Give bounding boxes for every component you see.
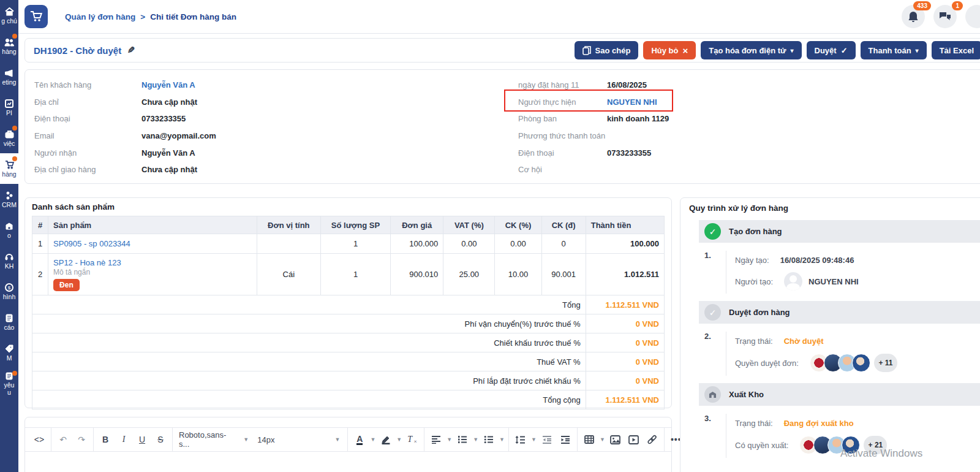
insert-video-button[interactable]: [625, 430, 643, 449]
module-cart-button[interactable]: [24, 5, 48, 28]
summary-row: Tổng1.112.511 VND: [32, 295, 665, 314]
avatar: [784, 272, 802, 291]
product-link[interactable]: SP12 - Hoa nè 123: [53, 258, 121, 267]
customer-name-link[interactable]: Nguyễn Văn A: [141, 80, 195, 89]
chevron-down-icon[interactable]: ▼: [473, 436, 478, 443]
sidebar-item-promotions[interactable]: M: [0, 337, 18, 368]
status-badge: Đang đợi xuất kho: [784, 419, 854, 428]
avatar: [852, 354, 870, 372]
summary-row: Chiết khấu trước thuế %0 VND: [32, 333, 665, 352]
chevron-down-icon[interactable]: ▼: [396, 436, 402, 443]
summary-row: Thuế VAT %0 VND: [32, 352, 665, 371]
italic-button[interactable]: I: [115, 430, 133, 449]
messages-button[interactable]: 1: [933, 5, 957, 28]
chevron-down-icon: ▾: [916, 47, 919, 54]
sidebar-item-reports[interactable]: cáo: [0, 306, 18, 337]
warehouse-icon: [704, 386, 721, 403]
approver-avatars[interactable]: + 11: [810, 354, 897, 372]
product-link[interactable]: SP0905 - sp 0023344: [53, 239, 130, 248]
insert-image-button[interactable]: [606, 430, 625, 449]
notifications-button[interactable]: 433: [902, 5, 925, 28]
breadcrumb-section[interactable]: Quản lý đơn hàng: [65, 12, 135, 21]
variant-badge[interactable]: Đen: [53, 279, 80, 291]
font-size-select[interactable]: 14px▼: [254, 435, 345, 444]
customers-icon: [4, 37, 14, 48]
redo-button[interactable]: ↷: [72, 430, 91, 449]
payment-button[interactable]: Thanh toán ▾: [861, 41, 927, 59]
sidebar-item-tasks[interactable]: việc: [0, 123, 18, 153]
underline-button[interactable]: U: [133, 430, 151, 449]
sidebar-item-marketing[interactable]: eting: [0, 61, 18, 92]
chevron-down-icon[interactable]: ▼: [600, 436, 605, 443]
text-color-button[interactable]: A: [350, 430, 369, 449]
note-editor-card: <> ↶ ↷ B I U S Roboto,sans-s...▼ 14px▼ A…: [24, 417, 672, 472]
chevron-down-icon: ▼: [243, 436, 249, 443]
indent-button[interactable]: [556, 430, 575, 449]
create-einvoice-button[interactable]: Tạo hóa đơn điện tử ▾: [701, 41, 801, 59]
workflow-step-create[interactable]: ✓ Tạo đơn hàng: [699, 220, 980, 243]
undo-button[interactable]: ↶: [54, 430, 72, 449]
copy-button[interactable]: Sao chép: [575, 41, 639, 59]
sidebar-item-home[interactable]: g chú: [0, 0, 18, 31]
user-menu-button[interactable]: [965, 5, 980, 28]
table-row: 1 SP0905 - sp 0023344 1 100.000 0.00 0.0…: [32, 234, 665, 254]
promo-icon: [5, 344, 13, 354]
notification-dot: [12, 156, 17, 161]
executor-link[interactable]: NGUYEN NHI: [607, 97, 657, 107]
bell-icon: [908, 11, 919, 23]
chevron-down-icon[interactable]: ▼: [499, 436, 505, 443]
line-height-button[interactable]: [511, 430, 530, 449]
table-header-row: # Sản phẩm Đơn vị tính Số lượng SP Đơn g…: [32, 216, 665, 234]
bold-button[interactable]: B: [96, 430, 115, 449]
breadcrumb: Quản lý đơn hàng > Chi tiết Đơn hàng bán: [65, 12, 236, 21]
code-view-button[interactable]: <>: [30, 430, 48, 449]
sidebar: g chú hàng eting PI việc hàng CRM o KH $…: [0, 0, 18, 472]
summary-row: Tổng cộng1.112.511 VND: [32, 390, 665, 409]
product-table: # Sản phẩm Đơn vị tính Số lượng SP Đơn g…: [32, 216, 665, 409]
bullet-list-button[interactable]: [480, 430, 498, 449]
strikethrough-button[interactable]: S: [151, 430, 170, 449]
summary-row: Phí lắp đặt trước chiết khấu %0 VND: [32, 371, 665, 390]
editor-toolbar: <> ↶ ↷ B I U S Roboto,sans-s...▼ 14px▼ A…: [25, 427, 671, 452]
notification-dot: [12, 34, 17, 39]
warehouse-icon: [5, 221, 13, 232]
creator-name: NGUYEN NHI: [809, 277, 859, 286]
align-button[interactable]: [427, 430, 445, 449]
ordered-list-button[interactable]: [453, 430, 472, 449]
insert-table-button[interactable]: [580, 430, 598, 449]
sidebar-item-finance[interactable]: $ hình: [0, 276, 18, 306]
clear-format-button[interactable]: T×: [403, 430, 421, 449]
more-avatars-count[interactable]: + 11: [874, 354, 897, 372]
breadcrumb-page: Chi tiết Đơn hàng bán: [150, 12, 236, 21]
product-list-title: Danh sách sản phẩm: [32, 202, 665, 211]
outdent-button[interactable]: [538, 430, 556, 449]
workflow-step-approve[interactable]: ✓ Duyệt đơn hàng: [699, 301, 980, 324]
approve-button[interactable]: Duyệt ✓: [807, 41, 856, 59]
sidebar-item-customers[interactable]: hàng: [0, 31, 18, 61]
sidebar-item-crm[interactable]: CRM: [0, 184, 18, 215]
chevron-down-icon[interactable]: ▼: [531, 436, 537, 443]
check-circle-icon: ✓: [704, 304, 721, 321]
marketing-icon: [5, 68, 13, 78]
created-date: 16/08/2025 09:48:46: [780, 256, 854, 265]
font-family-select[interactable]: Roboto,sans-s...▼: [175, 430, 254, 449]
sidebar-item-kpi[interactable]: PI: [0, 92, 18, 123]
sidebar-item-orders[interactable]: hàng: [0, 153, 18, 184]
status-badge: Chờ duyệt: [784, 337, 824, 346]
download-excel-button[interactable]: Tải Excel: [932, 41, 980, 59]
sidebar-item-cskh[interactable]: KH: [0, 245, 18, 276]
summary-row: Phí vận chuyển(%) trước thuế %0 VND: [32, 314, 665, 333]
customer-info-column: Tên khách hàngNguyễn Văn A Địa chỉChưa c…: [34, 77, 216, 178]
insert-link-button[interactable]: [643, 430, 662, 449]
check-circle-icon: ✓: [704, 223, 721, 240]
sidebar-item-warehouse[interactable]: o: [0, 215, 18, 245]
cancel-button[interactable]: Hủy bỏ ×: [643, 41, 696, 59]
chevron-down-icon[interactable]: ▼: [370, 436, 375, 443]
workflow-step-export[interactable]: Xuất Kho: [699, 383, 980, 406]
chevron-down-icon[interactable]: ▼: [447, 436, 452, 443]
highlight-color-button[interactable]: [377, 430, 395, 449]
edit-title-icon[interactable]: ✎: [127, 45, 135, 56]
activate-windows-watermark: Activate Windows: [840, 447, 922, 460]
sidebar-item-requests[interactable]: yêu u: [0, 368, 18, 398]
copy-icon: [582, 46, 591, 55]
